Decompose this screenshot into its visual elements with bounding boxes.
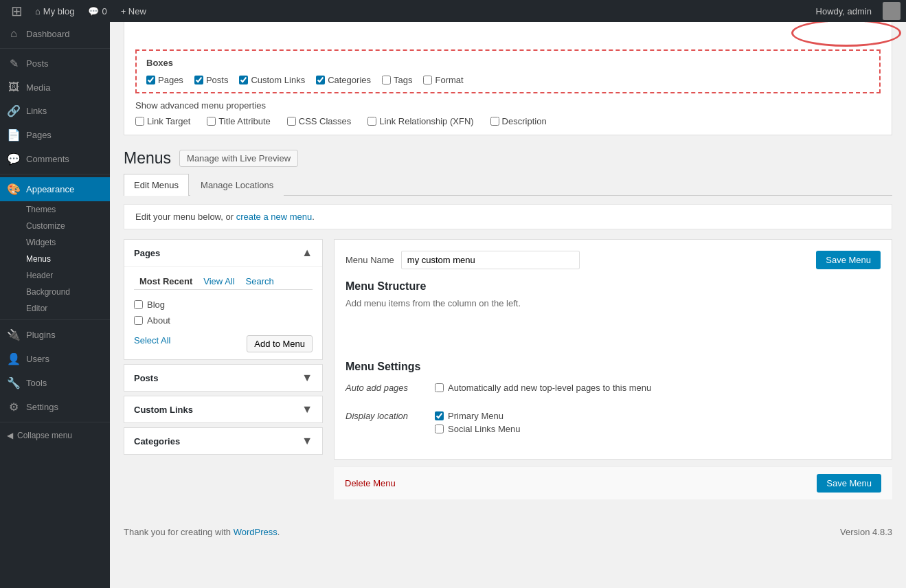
custom-links-checkbox[interactable] [239,76,248,84]
auto-add-label: Auto add pages [346,383,428,393]
sidebar-subitem-widgets[interactable]: Widgets [0,234,110,251]
categories-panel: Categories ▼ [124,427,323,455]
comments-count: 0 [102,6,106,16]
main-content: Screen Options ▲ Boxes Pages Posts [110,22,906,588]
sidebar-subitem-header[interactable]: Header [0,267,110,284]
links-icon: 🔗 [7,104,21,117]
save-menu-button-bottom[interactable]: Save Menu [817,474,881,493]
sidebar-item-plugins[interactable]: 🔌 Plugins [0,323,110,347]
sidebar-subitem-background[interactable]: Background [0,284,110,300]
custom-links-panel-header[interactable]: Custom Links ▼ [124,396,322,422]
link-target-label[interactable]: Link Target [135,116,190,126]
auto-add-checkbox[interactable] [435,383,444,392]
new-label: + New [121,6,146,16]
pages-panel-title: Pages [134,248,160,258]
pages-checkbox-label[interactable]: Pages [146,75,183,85]
description-checkbox[interactable] [490,117,499,126]
sidebar-item-pages[interactable]: 📄 Pages [0,123,110,147]
save-menu-button-top[interactable]: Save Menu [816,251,881,269]
sidebar-item-media[interactable]: 🖼 Media [0,76,110,99]
custom-links-checkbox-label[interactable]: Custom Links [239,75,305,85]
link-relationship-checkbox[interactable] [367,117,376,126]
pages-tab-view-all[interactable]: View All [198,273,240,289]
sidebar-item-dashboard[interactable]: ⌂ Dashboard [0,22,110,45]
delete-menu-link[interactable]: Delete Menu [345,478,396,488]
categories-checkbox[interactable] [316,76,325,84]
tab-edit-menus[interactable]: Edit Menus [124,174,189,196]
social-links-menu-checkbox[interactable] [435,425,444,433]
format-checkbox-label[interactable]: Format [423,75,463,85]
collapse-menu-button[interactable]: ◀ Collapse menu [0,425,110,446]
sidebar-item-appearance[interactable]: 🎨 Appearance [0,177,110,201]
tools-icon: 🔧 [7,376,21,389]
posts-icon: ✎ [7,57,21,70]
menu-name-input[interactable] [401,251,580,269]
menu-footer: Delete Menu Save Menu [334,466,892,499]
pages-tab-most-recent[interactable]: Most Recent [134,273,198,289]
comments-menu-icon: 💬 [7,152,21,166]
auto-add-checkbox-label[interactable]: Automatically add new top-level pages to… [435,383,881,393]
primary-menu-label[interactable]: Primary Menu [435,411,881,421]
sidebar-subitem-menus[interactable]: Menus [0,251,110,267]
posts-panel-header[interactable]: Posts ▼ [124,365,322,391]
sidebar-item-links[interactable]: 🔗 Links [0,99,110,123]
sidebar-subitem-themes[interactable]: Themes [0,201,110,218]
format-checkbox[interactable] [423,76,432,84]
sidebar-item-posts[interactable]: ✎ Posts [0,52,110,76]
title-attribute-label[interactable]: Title Attribute [207,116,270,126]
tags-checkbox[interactable] [382,76,391,84]
primary-menu-text: Primary Menu [448,411,503,421]
css-classes-checkbox[interactable] [287,117,296,126]
select-all-link[interactable]: Select All [134,335,170,346]
categories-panel-title: Categories [134,436,180,446]
categories-panel-header[interactable]: Categories ▼ [124,428,322,454]
link-relationship-label[interactable]: Link Relationship (XFN) [367,116,473,126]
description-label[interactable]: Description [490,116,547,126]
primary-menu-checkbox[interactable] [435,411,444,420]
live-preview-button[interactable]: Manage with Live Preview [179,150,298,167]
sidebar-item-label: Users [26,354,49,364]
menu-structure-title: Menu Structure [346,280,881,293]
social-links-menu-label[interactable]: Social Links Menu [435,424,881,434]
posts-checkbox-label[interactable]: Posts [194,75,229,85]
menu-structure-desc: Add menu items from the column on the le… [346,298,881,308]
pages-tab-search[interactable]: Search [240,273,280,289]
comments-link[interactable]: 💬 0 [81,0,113,22]
create-new-menu-link[interactable]: create a new menu [236,212,313,222]
auto-add-content: Automatically add new top-level pages to… [435,383,881,396]
css-classes-label[interactable]: CSS Classes [287,116,352,126]
site-name-link[interactable]: ⌂ My blog [28,0,81,22]
sidebar-subitem-editor[interactable]: Editor [0,300,110,317]
edit-notice: Edit your menu below, or create a new me… [124,204,892,229]
wp-logo[interactable]: ⊞ [5,3,28,19]
posts-checkbox[interactable] [194,76,203,84]
menus-columns: Pages ▲ Most Recent View All Search [124,239,892,499]
about-checkbox[interactable] [134,316,143,325]
blog-checkbox[interactable] [134,300,143,309]
blog-label: Blog [147,299,165,310]
sidebar-item-settings[interactable]: ⚙ Settings [0,395,110,419]
categories-checkbox-label[interactable]: Categories [316,75,371,85]
tab-manage-locations[interactable]: Manage Locations [190,174,284,196]
pages-checkbox[interactable] [146,76,155,84]
display-location-label: Display location [346,411,428,421]
site-icon: ⌂ [35,6,41,16]
title-attribute-checkbox[interactable] [207,117,216,126]
sidebar-item-label: Dashboard [26,29,70,39]
pages-panel-arrow: ▲ [302,247,313,259]
categories-panel-arrow: ▼ [302,435,313,447]
new-content-link[interactable]: + New [114,0,153,22]
sidebar-item-users[interactable]: 👤 Users [0,347,110,371]
sidebar-item-tools[interactable]: 🔧 Tools [0,371,110,395]
users-icon: 👤 [7,352,21,365]
menu-structure-area [346,319,881,347]
sidebar-item-comments[interactable]: 💬 Comments [0,147,110,171]
tags-checkbox-label[interactable]: Tags [382,75,412,85]
wordpress-link[interactable]: WordPress [234,527,278,537]
link-target-checkbox[interactable] [135,117,144,126]
pages-panel-header[interactable]: Pages ▲ [124,240,322,266]
sidebar-subitem-customize[interactable]: Customize [0,218,110,234]
list-item: Blog [134,297,313,313]
display-location-content: Primary Menu Social Links Menu [435,411,881,437]
add-to-menu-button[interactable]: Add to Menu [247,335,313,352]
